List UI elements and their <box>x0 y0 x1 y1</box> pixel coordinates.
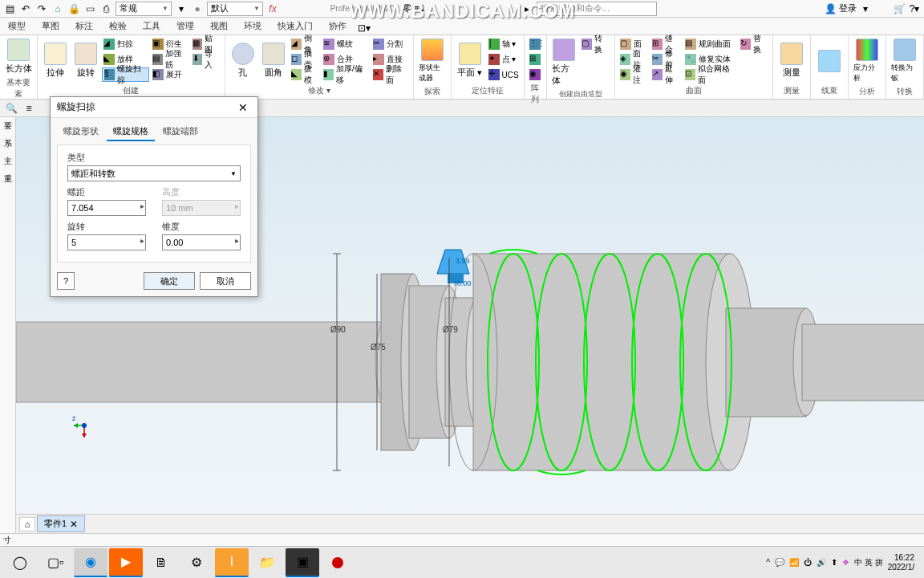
draft-button[interactable]: ◣拔模 <box>290 67 320 82</box>
tray-icon-1[interactable]: 💬 <box>775 558 784 567</box>
thicken-button[interactable]: ▮加厚/偏移 <box>322 67 370 82</box>
left-item-2[interactable]: 系 <box>0 135 15 153</box>
left-item-4[interactable]: 重 <box>0 170 15 188</box>
tray-icon-5[interactable]: ❖ <box>842 558 849 567</box>
surf-ruled-button[interactable]: ▤规则曲面 <box>683 37 737 51</box>
cancel-button[interactable]: 取消 <box>200 272 251 290</box>
box-button[interactable]: 长方体 <box>3 37 34 76</box>
app-files[interactable]: 🗎 <box>144 548 178 577</box>
taper-flyout-icon[interactable]: ▸ <box>235 236 239 245</box>
tray-icon-3[interactable]: ⏻ <box>804 558 812 567</box>
freeform-face-button[interactable]: ▢转换 <box>580 37 610 51</box>
hole-button[interactable]: 孔 <box>229 37 257 84</box>
explorer-app[interactable]: 📁 <box>250 548 284 577</box>
axis-button[interactable]: │轴 ▾ <box>487 37 521 51</box>
taper-input[interactable] <box>162 234 241 250</box>
deleteface-button[interactable]: ✕删除面 <box>371 67 410 82</box>
search-button[interactable]: ◯ <box>3 548 37 577</box>
dialog-tab-size[interactable]: 螺旋规格 <box>107 123 155 141</box>
tab-collab[interactable]: 协作 <box>321 18 355 35</box>
fillet-button[interactable]: 圆角 <box>259 37 288 84</box>
edge-app[interactable]: ◉ <box>74 548 107 577</box>
doc-tab-part1[interactable]: 零件1 ✕ <box>37 515 85 532</box>
turns-input[interactable] <box>67 234 146 250</box>
tab-quickstart[interactable]: 快速入门 <box>270 18 321 35</box>
record-button[interactable] <box>321 548 355 577</box>
login-link[interactable]: 登录 <box>839 2 857 14</box>
doc-icon[interactable]: ▭ <box>83 2 96 15</box>
tray-icon-4[interactable]: ⬆ <box>831 558 837 567</box>
browser-menu-icon[interactable]: ≡ <box>22 102 35 115</box>
type-select[interactable]: 螺距和转数 <box>67 165 241 181</box>
doc-tab-close-icon[interactable]: ✕ <box>70 519 78 530</box>
turns-flyout-icon[interactable]: ▸ <box>140 236 144 245</box>
tray-volume-icon[interactable]: 🔊 <box>817 558 826 567</box>
pattern1-button[interactable]: ⋮⋮ <box>528 37 542 51</box>
print-icon[interactable]: ⎙ <box>99 2 112 15</box>
surf-fitmesh-button[interactable]: ⊡拟合网格面 <box>683 67 737 82</box>
tab-inspect[interactable]: 检验 <box>101 18 135 35</box>
material-icon[interactable]: ● <box>191 2 204 15</box>
tab-annotate[interactable]: 标注 <box>67 18 101 35</box>
tab-env[interactable]: 环境 <box>236 18 270 35</box>
login-dropdown-icon[interactable]: ▾ <box>859 2 872 15</box>
import-button[interactable]: ⬇导入 <box>191 52 221 67</box>
pitch-flyout-icon[interactable]: ▸ <box>140 201 144 210</box>
search-input[interactable]: 搜索帮助和命令... <box>537 2 657 16</box>
split-button[interactable]: ✂分割 <box>371 37 410 51</box>
surf-extend-button[interactable]: ↗延伸 <box>650 67 682 82</box>
style-dropdown[interactable]: 常规 <box>116 2 172 16</box>
tray-ime[interactable]: 中 英 拼 <box>854 557 883 568</box>
taskview-button[interactable]: ▢▫ <box>38 548 72 577</box>
tab-sketch[interactable]: 草图 <box>34 18 67 35</box>
cart-icon[interactable]: 🛒 <box>893 2 906 15</box>
tray-icon-2[interactable]: 📶 <box>789 558 799 567</box>
tab-tools[interactable]: 工具 <box>135 18 168 35</box>
dialog-tab-ends[interactable]: 螺旋端部 <box>156 123 205 141</box>
left-item-3[interactable]: 主 <box>0 153 15 170</box>
dialog-titlebar[interactable]: 螺旋扫掠 ✕ <box>51 97 257 118</box>
pattern3-button[interactable]: ◉ <box>528 67 542 82</box>
surf-sculpt-button[interactable]: ◉灌注 <box>618 67 650 82</box>
browser-search-icon[interactable]: 🔍 <box>5 102 18 115</box>
extrude-button[interactable]: 拉伸 <box>41 37 70 84</box>
fx-icon[interactable]: fx <box>266 2 279 15</box>
material-dropdown[interactable]: 默认 <box>207 2 263 16</box>
dialog-tab-shape[interactable]: 螺旋形状 <box>57 123 105 141</box>
tab-manage[interactable]: 管理 <box>168 18 202 35</box>
coil-button[interactable]: §螺旋扫掠 <box>102 67 149 82</box>
ucs-button[interactable]: ✛UCS <box>487 67 521 82</box>
group-modify[interactable]: 修改 ▾ <box>229 84 410 97</box>
bandicam-app[interactable]: ▣ <box>286 548 319 577</box>
revolve-button[interactable]: 旋转 <box>71 37 100 84</box>
pattern2-button[interactable]: ⊞ <box>528 52 542 67</box>
plane-button[interactable]: 平面 ▾ <box>455 37 485 84</box>
close-icon[interactable]: ✕ <box>235 101 251 114</box>
rib-button[interactable]: ▤加强筋 <box>151 52 189 67</box>
shapegen-button[interactable]: 形状生成器 <box>417 37 448 85</box>
undo-icon[interactable]: ↶ <box>19 2 32 15</box>
tab-view[interactable]: 视图 <box>202 18 236 35</box>
redo-icon[interactable]: ↷ <box>35 2 48 15</box>
help-button[interactable]: ? <box>57 272 75 290</box>
surf-replace-button[interactable]: ↻替换 <box>739 37 770 51</box>
inventor-app[interactable]: I <box>215 548 249 577</box>
tab-model[interactable]: 模型 <box>0 18 34 35</box>
doc-home-button[interactable]: ⌂ <box>19 517 35 531</box>
tray-up-icon[interactable]: ^ <box>766 558 770 567</box>
convert-button[interactable]: 转换为钣 <box>890 37 920 85</box>
ok-button[interactable]: 确定 <box>144 272 195 290</box>
app-orange[interactable]: ▶ <box>109 548 143 577</box>
harness-button[interactable] <box>814 37 845 84</box>
left-item-1[interactable]: 要 <box>0 117 15 135</box>
measure-button[interactable]: 测量 <box>776 37 807 84</box>
thread-button[interactable]: ≋螺纹 <box>322 37 370 51</box>
point-button[interactable]: ✦点 ▾ <box>487 52 521 67</box>
sweep-button[interactable]: ◢扫掠 <box>102 37 149 51</box>
settings-app[interactable]: ⚙ <box>180 548 213 577</box>
tray-clock[interactable]: 16:22 2022/1/ <box>888 553 914 572</box>
lock-icon[interactable]: 🔒 <box>67 2 80 15</box>
stress-button[interactable]: 应力分析 <box>852 37 882 85</box>
pitch-input[interactable] <box>67 200 146 216</box>
unfold-button[interactable]: ◧展开 <box>151 67 189 82</box>
